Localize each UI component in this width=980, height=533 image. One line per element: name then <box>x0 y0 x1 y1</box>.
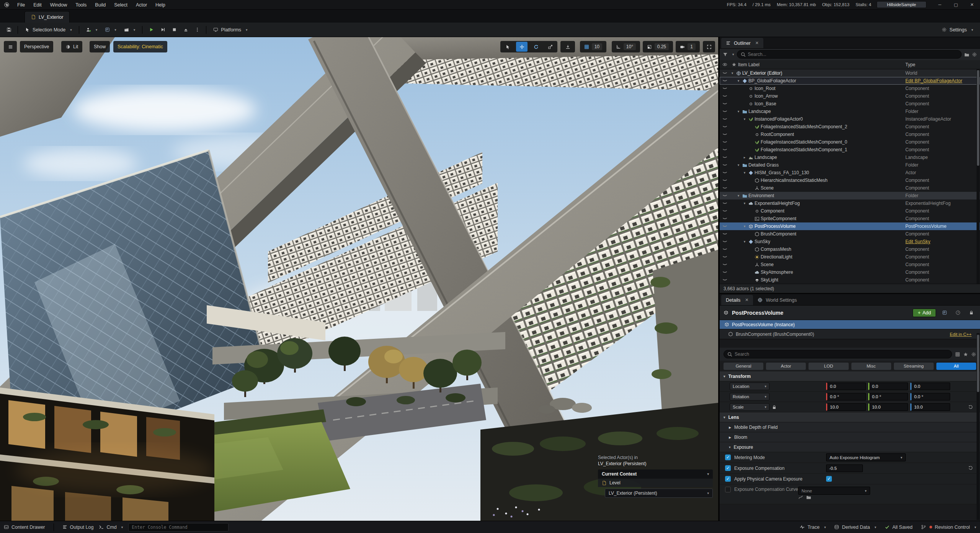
scrollbar-thumb[interactable] <box>977 70 979 166</box>
maximize-viewport-button[interactable] <box>703 41 715 52</box>
visibility-eye-icon[interactable] <box>720 124 730 129</box>
visibility-eye-icon[interactable] <box>720 109 730 114</box>
outliner-row[interactable]: FoliageInstancedStaticMeshComponent_2 Co… <box>720 123 980 131</box>
tab-outliner[interactable]: Outliner ✕ <box>721 38 763 48</box>
viewport-3d-scene[interactable] <box>0 37 718 521</box>
expand-arrow-icon[interactable] <box>736 79 741 83</box>
select-tool[interactable] <box>502 42 513 52</box>
derived-data-button[interactable]: Derived Data▾ <box>834 525 876 530</box>
blueprints-dropdown[interactable]: ▾ <box>101 25 120 34</box>
location-z-field[interactable]: 0.0 <box>910 383 950 390</box>
menu-item[interactable]: Help <box>151 0 170 10</box>
expand-arrow-icon[interactable] <box>730 71 735 75</box>
frame-skip-button[interactable] <box>157 25 168 35</box>
filter-chip[interactable]: General <box>724 363 763 370</box>
outliner-row[interactable]: SpriteComponent Component <box>720 215 980 222</box>
visibility-eye-icon[interactable] <box>720 209 730 214</box>
play-options-button[interactable] <box>191 25 203 35</box>
visibility-eye-icon[interactable] <box>720 193 730 198</box>
filter-chip[interactable]: LOD <box>808 363 848 370</box>
location-y-field[interactable]: 0.0 <box>868 383 908 390</box>
compensation-override-checkbox[interactable]: ✓ <box>725 465 731 471</box>
maximize-button[interactable]: ▢ <box>948 0 964 10</box>
content-drawer-button[interactable]: Content Drawer <box>4 525 45 530</box>
section-transform[interactable]: ▾Transform <box>720 371 980 381</box>
menu-item[interactable]: Tools <box>71 0 91 10</box>
tab-world-settings[interactable]: World Settings <box>753 295 801 305</box>
visibility-eye-icon[interactable] <box>720 71 730 76</box>
settings-dropdown[interactable]: Settings▾ <box>938 25 977 34</box>
filter-chip[interactable]: Streaming <box>894 363 934 370</box>
scale-y-field[interactable]: 10.0 <box>868 403 908 411</box>
metering-mode-dropdown[interactable]: Auto Exposure Histogram▾ <box>826 453 906 461</box>
trace-button[interactable]: Trace▾ <box>800 525 826 530</box>
outliner-settings-icon[interactable] <box>972 52 977 57</box>
outliner-row[interactable]: BrushComponent Component <box>720 230 980 238</box>
expand-arrow-icon[interactable] <box>742 224 747 228</box>
visibility-eye-icon[interactable] <box>720 78 730 83</box>
expand-arrow-icon[interactable] <box>742 117 747 121</box>
outliner-row[interactable]: Scene Component <box>720 184 980 192</box>
filter-chip[interactable]: Actor <box>766 363 806 370</box>
location-x-field[interactable]: 0.0 <box>826 383 866 390</box>
visibility-eye-icon[interactable] <box>720 86 730 91</box>
section-exposure[interactable]: ▾Exposure <box>720 442 980 452</box>
visibility-eye-icon[interactable] <box>720 94 730 99</box>
menu-item[interactable]: Select <box>110 0 132 10</box>
rotate-tool[interactable] <box>530 42 542 52</box>
favorites-icon[interactable] <box>963 352 968 357</box>
rotation-dropdown[interactable]: Rotation▾ <box>730 393 769 401</box>
console-command-input[interactable] <box>128 523 229 531</box>
visibility-eye-icon[interactable] <box>720 216 730 221</box>
visibility-eye-icon[interactable] <box>720 163 730 168</box>
visibility-eye-icon[interactable] <box>720 140 730 145</box>
platforms-dropdown[interactable]: Platforms▾ <box>209 25 251 34</box>
filter-chip[interactable]: All <box>936 363 976 370</box>
outliner-row[interactable]: Scene Component <box>720 261 980 268</box>
outliner-row[interactable]: PostProcessVolume PostProcessVolume <box>720 222 980 230</box>
details-searchbox[interactable] <box>724 350 952 358</box>
edit-in-cpp-link[interactable]: Edit in C++ <box>950 332 972 337</box>
expand-arrow-icon[interactable] <box>742 201 747 205</box>
outliner-row[interactable]: HISM_Grass_FA_110_130 Actor <box>720 169 980 177</box>
current-context-header[interactable]: Current Context▾ <box>598 469 713 479</box>
outliner-row[interactable]: Landscape Folder <box>720 108 980 115</box>
visibility-eye-icon[interactable] <box>720 132 730 137</box>
outliner-row[interactable]: SkyLight Component <box>720 276 980 284</box>
outliner-row[interactable]: DirectionalLight Component <box>720 253 980 261</box>
use-selected-asset-icon[interactable] <box>798 495 803 500</box>
all-saved-indicator[interactable]: All Saved <box>885 525 913 530</box>
outliner-row[interactable]: FoliageInstancedStaticMeshComponent_1 Co… <box>720 146 980 154</box>
current-level-dropdown[interactable]: LV_Exterior (Persistent)▾ <box>605 489 713 498</box>
visibility-eye-icon[interactable] <box>720 255 730 260</box>
expand-arrow-icon[interactable] <box>736 194 741 198</box>
outliner-row[interactable]: FoliageInstancedStaticMeshComponent_0 Co… <box>720 138 980 146</box>
reset-scale-icon[interactable] <box>968 404 973 409</box>
menu-item[interactable]: Actor <box>132 0 151 10</box>
minimize-button[interactable]: ─ <box>932 0 948 10</box>
component-row-instance[interactable]: PostProcessVolume (Instance) <box>720 320 980 329</box>
curve-override-checkbox[interactable] <box>725 487 731 492</box>
outliner-searchbox[interactable] <box>737 50 962 59</box>
move-tool[interactable] <box>516 42 528 52</box>
scrollbar-thumb[interactable] <box>977 335 979 392</box>
save-button[interactable] <box>3 25 15 35</box>
outliner-row[interactable]: Detailed Grass Folder <box>720 161 980 169</box>
filter-icon[interactable] <box>723 52 728 57</box>
close-tab-icon[interactable]: ✕ <box>745 298 748 302</box>
camera-speed-control[interactable]: 1 <box>676 41 700 52</box>
visibility-eye-icon[interactable] <box>720 278 730 283</box>
visibility-column-icon[interactable] <box>722 62 727 67</box>
visibility-eye-icon[interactable] <box>720 117 730 122</box>
camera-speed-value[interactable]: 1 <box>688 43 696 50</box>
curve-asset-dropdown[interactable]: None▾ <box>798 487 870 495</box>
scalability-badge[interactable]: Scalability: Cinematic <box>113 41 167 52</box>
outliner-row[interactable]: Environment Folder <box>720 192 980 199</box>
scale-z-field[interactable]: 10.0 <box>910 403 950 411</box>
outliner-row[interactable]: RootComponent Component <box>720 131 980 138</box>
grid-snap-control[interactable]: 10 <box>580 41 606 52</box>
metering-override-checkbox[interactable]: ✓ <box>725 455 731 460</box>
expand-arrow-icon[interactable] <box>736 163 741 167</box>
angle-snap-value[interactable]: 10° <box>624 43 636 50</box>
eject-button[interactable] <box>180 25 191 35</box>
